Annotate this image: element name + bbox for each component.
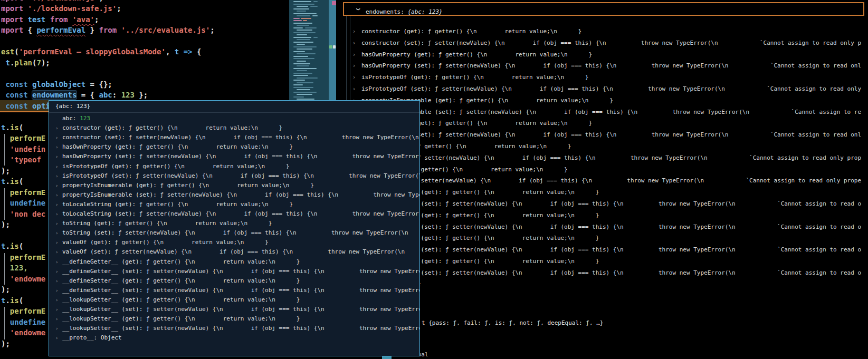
- constructor-get-row[interactable]: ›constructor (get): ƒ getter() {\n retur…: [336, 26, 861, 37]
- t-variable-row[interactable]: t {pass: ƒ, fail: ƒ, is: ƒ, not: ƒ, deep…: [422, 317, 868, 329]
- abc-hover-row[interactable]: abc: 123: [49, 114, 419, 123]
- valueOf-set-row[interactable]: ›valueOf (set): ƒ setter(newValue) {\n i…: [49, 247, 419, 257]
- toString-get-row[interactable]: ›toString (get): ƒ getter() {\n return v…: [49, 219, 419, 228]
- chevron-right-icon[interactable]: ›: [55, 142, 58, 152]
- chevron-right-icon[interactable]: ›: [55, 123, 58, 133]
- scrollbar-decoration: [332, 1, 336, 5]
- toLocaleString-get-row[interactable]: ›toLocaleString (get): ƒ getter() {\n re…: [49, 200, 419, 209]
- hasOwnProperty-get-row[interactable]: ›hasOwnProperty (get): ƒ getter() {\n re…: [336, 49, 861, 61]
- isPrototypeOf-get-row[interactable]: ›isPrototypeOf (get): ƒ getter() {\n ret…: [336, 72, 861, 83]
- chevron-right-icon[interactable]: ›: [352, 37, 356, 49]
- debug-hover-tooltip: {abc: 123} abc: 123›constructor (get): ƒ…: [49, 100, 420, 356]
- propertyIsEnumerable-set-row[interactable]: ›propertyIsEnumerable (set): ƒ setter(ne…: [49, 190, 419, 200]
- chevron-right-icon[interactable]: ›: [55, 181, 58, 190]
- chevron-right-icon[interactable]: ›: [55, 171, 58, 181]
- code-line[interactable]: performE: [1, 187, 45, 198]
- chevron-right-icon[interactable]: ›: [55, 200, 58, 209]
- chevron-right-icon[interactable]: ›: [352, 26, 356, 37]
- editor-scrollbar[interactable]: [329, 0, 336, 103]
- __defineGetter__-set-row[interactable]: ›__defineGetter__ (set): ƒ setter(newVal…: [49, 267, 419, 276]
- minimap-line-mark: [293, 73, 312, 74]
- chevron-right-icon[interactable]: ›: [55, 190, 58, 200]
- propertyIsEnumerable-get-row[interactable]: ›propertyIsEnumerable (get): ƒ getter() …: [49, 181, 419, 190]
- minimap-line-mark: [312, 15, 318, 16]
- chevron-right-icon[interactable]: ›: [55, 267, 58, 276]
- code-line[interactable]: mport { performEval } from '../src/evalu…: [1, 25, 215, 36]
- constructor-set-row[interactable]: ›constructor (set): ƒ setter(newValue) {…: [49, 133, 419, 142]
- chevron-down-icon[interactable]: ❯: [356, 7, 361, 11]
- code-line[interactable]: 123,: [1, 263, 28, 274]
- toLocaleString-set-row[interactable]: ›toLocaleString (set): ƒ setter(newValue…: [49, 209, 419, 219]
- __defineSetter__-get-row[interactable]: ›__defineSetter__ (get): ƒ getter() {\n …: [49, 276, 419, 286]
- code-line[interactable]: const endowments = { abc: 123 };: [1, 90, 148, 101]
- hasOwnProperty-set-row[interactable]: ›hasOwnProperty (set): ƒ setter(newValue…: [336, 60, 861, 72]
- code-line[interactable]: 'endowme: [1, 327, 45, 338]
- valueOf-get-row[interactable]: ›valueOf (get): ƒ getter() {\n return va…: [49, 238, 419, 247]
- chevron-right-icon[interactable]: ›: [55, 333, 58, 343]
- chevron-right-icon[interactable]: ›: [55, 257, 58, 267]
- chevron-right-icon[interactable]: ›: [55, 286, 58, 295]
- code-line[interactable]: const globalObject = {};: [1, 79, 112, 90]
- chevron-right-icon[interactable]: ›: [352, 49, 356, 61]
- chevron-right-icon[interactable]: ›: [55, 324, 58, 333]
- hasOwnProperty-get-row[interactable]: ›hasOwnProperty (get): ƒ getter() {\n re…: [49, 142, 419, 152]
- code-line[interactable]: );: [1, 284, 10, 295]
- toString-set-row[interactable]: ›toString (set): ƒ setter(newValue) {\n …: [49, 228, 419, 238]
- chevron-right-icon[interactable]: ›: [352, 83, 356, 95]
- code-line[interactable]: 'typeof: [1, 154, 41, 166]
- chevron-right-icon[interactable]: ›: [55, 305, 58, 314]
- __proto__: -row[interactable]: ›__proto__: Object: [49, 333, 419, 343]
- isPrototypeOf-get-row[interactable]: ›isPrototypeOf (get): ƒ getter() {\n ret…: [49, 162, 419, 171]
- chevron-right-icon[interactable]: ›: [55, 314, 58, 324]
- minimap-line-mark: [303, 20, 307, 21]
- code-line[interactable]: 'endowme: [1, 274, 45, 285]
- chevron-right-icon[interactable]: ›: [55, 247, 58, 257]
- __lookupSetter__-get-row[interactable]: ›__lookupSetter__ (get): ƒ getter() {\n …: [49, 314, 419, 324]
- hasOwnProperty-set-row[interactable]: ›hasOwnProperty (set): ƒ setter(newValue…: [49, 152, 419, 161]
- code-line[interactable]: est('performEval — sloppyGlobalsMode', t…: [1, 46, 201, 57]
- code-line[interactable]: t.is(: [1, 176, 23, 187]
- code-line[interactable]: t.is(: [1, 241, 23, 252]
- minimap-line-mark: [293, 23, 312, 24]
- minimap-line-mark: [293, 96, 304, 98]
- code-line[interactable]: t.is(: [1, 295, 23, 306]
- code-line[interactable]: performE: [1, 252, 45, 263]
- chevron-right-icon[interactable]: ›: [55, 295, 58, 305]
- constructor-set-row[interactable]: ›constructor (set): ƒ setter(newValue) {…: [336, 37, 861, 49]
- __lookupGetter__-get-row[interactable]: ›__lookupGetter__ (get): ƒ getter() {\n …: [49, 295, 419, 305]
- abc-variable-row[interactable]: abc: 123: [336, 15, 861, 26]
- endowments-variable-row[interactable]: ❯ endowments: {abc: 123}: [343, 2, 864, 16]
- constructor-get-row[interactable]: ›constructor (get): ƒ getter() {\n retur…: [49, 123, 419, 133]
- chevron-right-icon[interactable]: ›: [55, 228, 58, 238]
- chevron-right-icon[interactable]: ›: [352, 60, 356, 72]
- code-line[interactable]: );: [1, 338, 10, 350]
- code-line[interactable]: performE: [1, 306, 45, 317]
- __defineGetter__-get-row[interactable]: ›__defineGetter__ (get): ƒ getter() {\n …: [49, 257, 419, 267]
- chevron-right-icon[interactable]: ›: [55, 152, 58, 161]
- __lookupSetter__-set-row[interactable]: ›__lookupSetter__ (set): ƒ setter(newVal…: [49, 324, 419, 333]
- chevron-right-icon[interactable]: ›: [352, 72, 356, 83]
- code-line[interactable]: mport test from 'ava';: [1, 14, 99, 25]
- chevron-right-icon[interactable]: ›: [55, 238, 58, 247]
- isPrototypeOf-set-row[interactable]: ›isPrototypeOf (set): ƒ setter(newValue)…: [336, 83, 861, 95]
- code-line[interactable]: performE: [1, 133, 45, 144]
- minimap[interactable]: [289, 0, 329, 103]
- code-line[interactable]: const opti: [1, 101, 50, 112]
- code-line[interactable]: t.is(: [1, 122, 23, 133]
- chevron-right-icon[interactable]: ›: [55, 219, 58, 228]
- __lookupGetter__-set-row[interactable]: ›__lookupGetter__ (set): ƒ setter(newVal…: [49, 305, 419, 314]
- code-line[interactable]: );: [1, 219, 10, 230]
- code-line[interactable]: 'non dec: [1, 209, 45, 220]
- code-line[interactable]: undefine: [1, 317, 45, 328]
- isPrototypeOf-set-row[interactable]: ›isPrototypeOf (set): ƒ setter(newValue)…: [49, 171, 419, 181]
- chevron-right-icon[interactable]: ›: [55, 209, 58, 219]
- code-line[interactable]: t.plan(7);: [1, 57, 50, 69]
- chevron-right-icon[interactable]: ›: [55, 162, 58, 171]
- code-line[interactable]: mport './lockdown-safe.js';: [1, 3, 121, 14]
- chevron-right-icon[interactable]: ›: [55, 133, 58, 142]
- code-line[interactable]: 'undefin: [1, 144, 45, 155]
- __defineSetter__-set-row[interactable]: ›__defineSetter__ (set): ƒ setter(newVal…: [49, 286, 419, 295]
- code-line[interactable]: );: [1, 166, 10, 177]
- chevron-right-icon[interactable]: ›: [55, 276, 58, 286]
- code-line[interactable]: undefine: [1, 198, 45, 209]
